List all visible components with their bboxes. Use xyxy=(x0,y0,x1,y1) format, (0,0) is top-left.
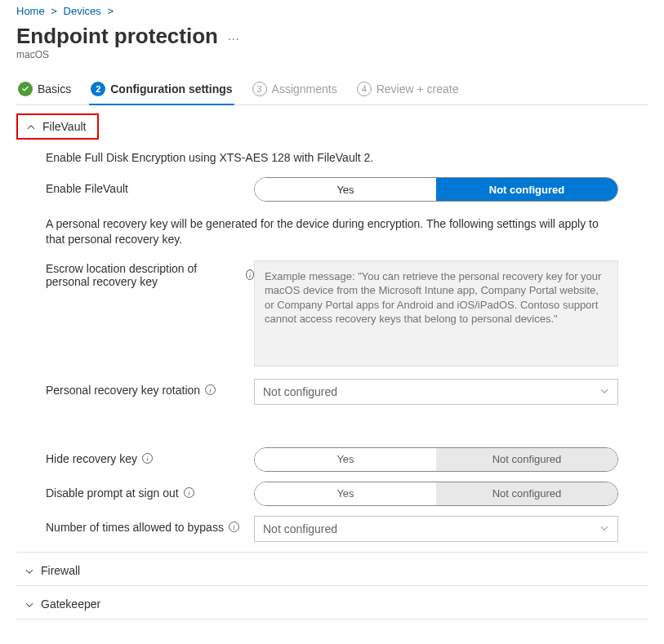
tab-assignments[interactable]: 3 Assignments xyxy=(251,77,339,104)
chevron-right-icon: > xyxy=(51,5,57,17)
escrow-description-input[interactable] xyxy=(254,260,618,366)
chevron-down-icon xyxy=(25,566,34,575)
recovery-key-note: A personal recovery key will be generate… xyxy=(46,216,618,247)
chevron-down-icon xyxy=(599,385,609,398)
section-title: Gatekeeper xyxy=(41,597,100,611)
select-value: Not configured xyxy=(263,522,337,535)
check-icon xyxy=(18,82,33,96)
tab-basics[interactable]: Basics xyxy=(16,77,73,104)
hide-recovery-key-toggle[interactable]: Yes Not configured xyxy=(254,447,618,472)
enable-filevault-label: Enable FileVault xyxy=(46,177,254,195)
option-not-configured[interactable]: Not configured xyxy=(436,178,617,201)
page-title: Endpoint protection xyxy=(16,24,218,49)
tab-label: Assignments xyxy=(272,82,337,95)
section-title: Firewall xyxy=(41,564,80,577)
option-yes[interactable]: Yes xyxy=(255,448,436,471)
chevron-down-icon xyxy=(25,599,34,609)
info-icon[interactable]: i xyxy=(246,269,254,280)
filevault-description: Enable Full Disk Encryption using XTS-AE… xyxy=(46,151,618,164)
info-icon[interactable]: i xyxy=(229,522,239,532)
tab-label: Review + create xyxy=(377,82,459,95)
breadcrumb-home[interactable]: Home xyxy=(16,5,45,17)
hide-recovery-key-label: Hide recovery key i xyxy=(46,447,254,465)
more-button[interactable]: ··· xyxy=(228,32,240,45)
section-title: FileVault xyxy=(42,120,86,133)
tab-label: Basics xyxy=(38,82,71,95)
section-header-gatekeeper[interactable]: Gatekeeper xyxy=(16,585,648,619)
tab-configuration-settings[interactable]: 2 Configuration settings xyxy=(89,77,234,104)
bypass-count-label: Number of times allowed to bypass i xyxy=(46,516,254,534)
option-not-configured[interactable]: Not configured xyxy=(436,448,617,471)
wizard-tabs: Basics 2 Configuration settings 3 Assign… xyxy=(16,77,648,105)
step-number-icon: 2 xyxy=(91,82,105,96)
option-not-configured[interactable]: Not configured xyxy=(436,482,617,505)
bypass-count-select[interactable]: Not configured xyxy=(254,516,618,542)
chevron-up-icon xyxy=(26,122,36,131)
rotation-select[interactable]: Not configured xyxy=(254,379,618,405)
info-icon[interactable]: i xyxy=(184,487,194,498)
breadcrumb-devices[interactable]: Devices xyxy=(64,5,101,17)
disable-prompt-toggle[interactable]: Yes Not configured xyxy=(254,482,618,506)
escrow-description-label: Escrow location description of personal … xyxy=(46,260,254,288)
tab-label: Configuration settings xyxy=(110,82,232,95)
enable-filevault-toggle[interactable]: Yes Not configured xyxy=(254,177,618,202)
option-yes[interactable]: Yes xyxy=(255,178,436,201)
tab-review-create[interactable]: 4 Review + create xyxy=(355,77,461,104)
info-icon[interactable]: i xyxy=(205,384,216,395)
select-value: Not configured xyxy=(263,385,337,398)
rotation-label: Personal recovery key rotation i xyxy=(46,379,254,397)
breadcrumb: Home > Devices > xyxy=(16,0,648,20)
page-subtitle: macOS xyxy=(16,49,648,60)
section-header-filevault[interactable]: FileVault xyxy=(16,113,99,140)
chevron-right-icon: > xyxy=(107,5,114,17)
step-number-icon: 3 xyxy=(252,82,267,96)
info-icon[interactable]: i xyxy=(142,453,153,464)
option-yes[interactable]: Yes xyxy=(255,482,436,505)
chevron-down-icon xyxy=(599,522,609,535)
disable-prompt-label: Disable prompt at sign out i xyxy=(46,482,254,500)
step-number-icon: 4 xyxy=(357,82,372,96)
section-header-firewall[interactable]: Firewall xyxy=(16,552,648,585)
